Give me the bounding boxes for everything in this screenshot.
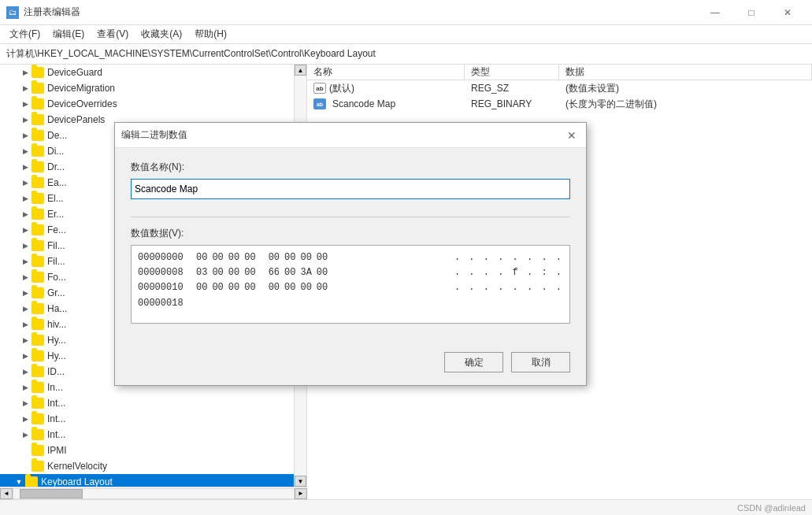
- hex-addr: 00000010: [138, 280, 193, 295]
- hex-row-1: 00000008 03 00 00 00 66 00 3A 00 . . . .…: [138, 265, 563, 280]
- name-input[interactable]: [131, 179, 570, 199]
- tree-arrow: ▶: [19, 318, 32, 331]
- folder-icon: [32, 98, 44, 109]
- reg-icon-ab: ab: [313, 83, 326, 94]
- h-scrollbar: ◄ ►: [0, 487, 307, 499]
- folder-icon: [32, 413, 44, 424]
- minimize-button[interactable]: —: [697, 0, 733, 25]
- col-header-data: 数据: [559, 65, 812, 80]
- tree-item-label: DeviceOverrides: [47, 98, 117, 109]
- dialog-title: 编辑二进制数值: [121, 128, 187, 142]
- address-bar: 计算机\HKEY_LOCAL_MACHINE\SYSTEM\CurrentCon…: [0, 44, 812, 65]
- dialog-body: 数值名称(N): 数值数据(V): 00000000 00 00 00 00 0…: [115, 148, 586, 346]
- folder-icon: [32, 240, 44, 251]
- registry-row-default[interactable]: ab (默认) REG_SZ (数值未设置): [307, 80, 812, 96]
- tree-item-label: DevicePanels: [47, 114, 105, 125]
- title-bar: 🗂 注册表编辑器 — □ ✕: [0, 0, 812, 25]
- tree-item-label: DeviceGuard: [47, 67, 102, 78]
- folder-icon: [32, 256, 44, 267]
- tree-arrow: ▶: [19, 98, 32, 110]
- status-right: CSDN @adinlead: [737, 503, 806, 513]
- tree-item-label: Gr...: [47, 287, 65, 298]
- scroll-up-btn[interactable]: ▲: [295, 65, 306, 76]
- close-button[interactable]: ✕: [769, 0, 806, 25]
- tree-item-label: Hy...: [47, 335, 66, 346]
- folder-icon: [32, 461, 44, 472]
- tree-item-label: Hy...: [47, 350, 66, 361]
- tree-item-int2[interactable]: ▶ Int...: [0, 411, 306, 427]
- tree-item-label: Int...: [47, 413, 65, 424]
- dialog-edit-binary: 编辑二进制数值 ✕ 数值名称(N): 数值数据(V): 00000000 00 …: [114, 122, 587, 386]
- maximize-button[interactable]: □: [733, 0, 769, 25]
- tree-item-label: Ea...: [47, 177, 67, 188]
- tree-item-label: De...: [47, 130, 67, 141]
- cell-type-default: REG_SZ: [465, 80, 559, 96]
- tree-item-int1[interactable]: ▶ Int...: [0, 395, 306, 411]
- tree-item-kernelvelocity[interactable]: ▶ KernelVelocity: [0, 458, 306, 474]
- menu-bar: 文件(F) 编辑(E) 查看(V) 收藏夹(A) 帮助(H): [0, 25, 812, 44]
- folder-icon: [32, 272, 44, 283]
- tree-item-ipmi[interactable]: ▶ IPMI: [0, 443, 306, 458]
- hex-ascii: . . . . f . : .: [454, 265, 563, 280]
- cell-name-default: ab (默认): [307, 80, 465, 96]
- tree-arrow: ▶: [19, 428, 32, 441]
- cancel-button[interactable]: 取消: [511, 352, 570, 372]
- tree-item-label: Fil...: [47, 256, 65, 267]
- dialog-close-button[interactable]: ✕: [564, 128, 580, 143]
- tree-item-label: Dr...: [47, 161, 65, 172]
- col-header-name: 名称: [307, 65, 465, 80]
- tree-item-deviceguard[interactable]: ▶ DeviceGuard: [0, 65, 306, 80]
- menu-file[interactable]: 文件(F): [3, 26, 46, 43]
- tree-arrow: ▶: [19, 397, 32, 409]
- tree-arrow: ▶: [19, 66, 32, 79]
- name-label: 数值名称(N):: [131, 161, 570, 174]
- menu-edit[interactable]: 编辑(E): [46, 26, 91, 43]
- folder-icon: [25, 476, 38, 487]
- hex-addr: 00000018: [138, 296, 193, 311]
- menu-view[interactable]: 查看(V): [91, 26, 135, 43]
- scroll-down-btn[interactable]: ▼: [295, 476, 306, 487]
- tree-arrow: ▶: [19, 145, 32, 157]
- hex-row-3: 00000018: [138, 296, 563, 311]
- tree-arrow: ▶: [19, 192, 32, 205]
- tree-item-label: DeviceMigration: [47, 83, 115, 94]
- tree-item-label: Fil...: [47, 240, 65, 251]
- tree-item-label: Di...: [47, 146, 64, 157]
- tree-arrow: ▶: [19, 271, 32, 283]
- folder-icon: [32, 303, 44, 314]
- tree-item-int3[interactable]: ▶ Int...: [0, 427, 306, 443]
- tree-item-label: ID...: [47, 366, 65, 377]
- menu-help[interactable]: 帮助(H): [188, 26, 233, 43]
- cell-type-scancode: REG_BINARY: [465, 96, 559, 112]
- hex-bytes: 03 00 00 00 66 00 3A 00: [196, 265, 439, 280]
- tree-item-label: Fe...: [47, 224, 66, 235]
- tree-arrow: ▶: [19, 365, 32, 378]
- tree-item-devicemigration[interactable]: ▶ DeviceMigration: [0, 80, 306, 96]
- ok-button[interactable]: 确定: [444, 352, 503, 372]
- hscroll-thumb[interactable]: [20, 489, 83, 498]
- hscroll-track: [13, 488, 295, 499]
- hex-ascii: . . . . . . . .: [454, 280, 563, 295]
- tree-item-deviceoverrides[interactable]: ▶ DeviceOverrides: [0, 96, 306, 112]
- tree-arrow: ▶: [19, 381, 32, 394]
- app-icon: 🗂: [6, 6, 19, 19]
- hscroll-right-btn[interactable]: ►: [295, 488, 307, 499]
- tree-item-label: Int...: [47, 429, 65, 440]
- tree-arrow: ▶: [19, 334, 32, 346]
- dialog-footer: 确定 取消: [115, 346, 586, 385]
- folder-icon: [32, 319, 44, 330]
- tree-item-label: KernelVelocity: [47, 461, 107, 472]
- registry-row-scancode[interactable]: ab Scancode Map REG_BINARY (长度为零的二进制值): [307, 96, 812, 112]
- menu-favorites[interactable]: 收藏夹(A): [135, 26, 188, 43]
- reg-icon-bin: ab: [313, 98, 326, 109]
- hscroll-left-btn[interactable]: ◄: [0, 488, 13, 499]
- tree-item-label: hiv...: [47, 319, 66, 330]
- hex-editor[interactable]: 00000000 00 00 00 00 00 00 00 00 . . . .…: [131, 245, 570, 324]
- tree-item-label: Int...: [47, 398, 65, 409]
- tree-arrow: ▶: [19, 224, 32, 236]
- folder-icon: [32, 287, 44, 298]
- hex-ascii: . . . . . . . .: [454, 250, 563, 265]
- dialog-divider: [131, 217, 570, 217]
- folder-icon: [32, 193, 44, 204]
- hex-bytes: 00 00 00 00 00 00 00 00: [196, 250, 439, 265]
